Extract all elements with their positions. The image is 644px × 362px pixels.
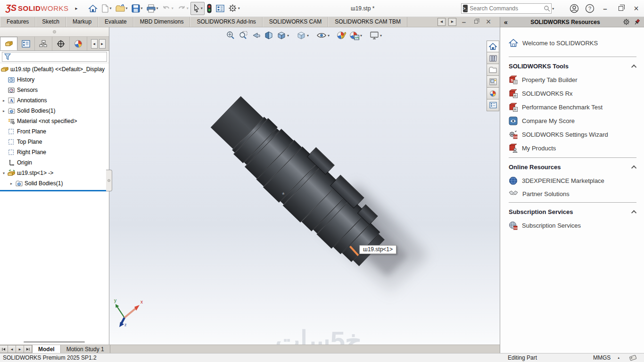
- redo-caret-icon[interactable]: [187, 6, 189, 10]
- display-style-caret-icon[interactable]: [307, 33, 309, 38]
- item-compare-my-score[interactable]: Compare My Score: [509, 116, 636, 125]
- previous-view-button[interactable]: [250, 30, 262, 41]
- item-solidworks-rx[interactable]: R SOLIDWORKS Rx: [509, 89, 636, 98]
- panel-splitter-handle[interactable]: [106, 170, 112, 191]
- options-caret-icon[interactable]: [238, 6, 240, 10]
- tag-icon[interactable]: [629, 354, 637, 361]
- select-caret-icon[interactable]: [201, 6, 203, 10]
- section-online-resources[interactable]: Online Resources: [509, 164, 636, 171]
- select-tool-button[interactable]: [190, 2, 205, 15]
- tree-item-solid-bodies-child[interactable]: Solid Bodies(1): [0, 178, 109, 189]
- redo-button[interactable]: [175, 2, 190, 15]
- collapse-section-icon[interactable]: [631, 64, 636, 69]
- strip-appearances-button[interactable]: [487, 88, 499, 99]
- view-orientation-button[interactable]: [275, 30, 290, 41]
- hide-show-caret-icon[interactable]: [328, 33, 330, 38]
- panel-splitter-top[interactable]: [0, 27, 109, 37]
- tree-root-item[interactable]: ш19.stp (Default) <<Default>_Display: [0, 64, 109, 74]
- restore-button[interactable]: [613, 1, 628, 16]
- welcome-item[interactable]: Welcome to SOLIDWORKS: [509, 39, 636, 47]
- collapse-left-pane-button[interactable]: [438, 18, 446, 26]
- performance-pipeline-button[interactable]: [205, 2, 214, 15]
- view-settings-caret-icon[interactable]: [380, 33, 382, 38]
- view-orientation-caret-icon[interactable]: [287, 33, 289, 38]
- help-button[interactable]: ?: [582, 1, 597, 16]
- search-caret-icon[interactable]: [552, 7, 554, 11]
- tree-filter-input[interactable]: [13, 53, 107, 61]
- strip-file-explorer-button[interactable]: [487, 64, 499, 76]
- item-property-tab-builder[interactable]: S Property Tab Builder: [509, 75, 636, 84]
- view-settings-button[interactable]: [368, 30, 383, 41]
- tab-feature-manager[interactable]: [0, 37, 17, 50]
- expand-icon[interactable]: [8, 181, 15, 186]
- open-caret-icon[interactable]: [126, 6, 128, 10]
- tree-item-material[interactable]: Material <not specified>: [0, 116, 109, 126]
- open-button[interactable]: [114, 2, 130, 15]
- tab-configuration-manager[interactable]: [35, 37, 52, 50]
- collapse-section-icon[interactable]: [631, 210, 636, 215]
- minimize-button[interactable]: [597, 1, 613, 16]
- item-my-products[interactable]: My Products: [509, 144, 636, 153]
- tree-item-top-plane[interactable]: Top Plane: [0, 137, 109, 147]
- tree-item-solid-bodies[interactable]: Solid Bodies(1): [0, 106, 109, 116]
- last-study-button[interactable]: [24, 345, 32, 353]
- tree-item-right-plane[interactable]: Right Plane: [0, 147, 109, 157]
- print-button[interactable]: [145, 2, 160, 15]
- new-document-button[interactable]: [99, 2, 114, 15]
- first-study-button[interactable]: [0, 345, 8, 353]
- tree-filter-box[interactable]: [2, 52, 107, 62]
- units-selector[interactable]: MMGS: [593, 354, 620, 361]
- tree-item-annotations[interactable]: A Annotations: [0, 95, 109, 106]
- options-button[interactable]: [226, 2, 242, 15]
- undo-button[interactable]: [160, 2, 175, 15]
- tab-solidworks-cam-tbm[interactable]: SOLIDWORKS CAM TBM: [328, 17, 407, 27]
- collapse-right-pane-button[interactable]: [448, 18, 456, 26]
- tab-solidworks-addins[interactable]: SOLIDWORKS Add-Ins: [190, 17, 262, 27]
- tab-markup[interactable]: Markup: [66, 17, 98, 27]
- tab-model[interactable]: Model: [32, 345, 61, 353]
- doc-minimize-button[interactable]: [459, 17, 469, 26]
- zoom-fit-button[interactable]: [224, 30, 237, 41]
- graphics-viewport[interactable]: * ш19.stp<1> y x z خ5سات: [109, 27, 500, 345]
- section-view-button[interactable]: [263, 30, 275, 41]
- task-pane-gear-icon[interactable]: [623, 18, 630, 25]
- apply-scene-caret-icon[interactable]: [360, 33, 362, 38]
- tab-sketch[interactable]: Sketch: [35, 17, 66, 27]
- apply-scene-button[interactable]: [348, 30, 363, 41]
- tree-item-origin[interactable]: Origin: [0, 157, 109, 168]
- tree-item-history[interactable]: History: [0, 74, 109, 85]
- tab-solidworks-cam[interactable]: SOLIDWORKS CAM: [263, 17, 328, 27]
- pin-task-pane-icon[interactable]: [634, 19, 640, 25]
- rollback-bar[interactable]: [0, 190, 109, 191]
- search-input[interactable]: [470, 5, 543, 12]
- strip-home-button[interactable]: [487, 41, 499, 52]
- section-solidworks-tools[interactable]: SOLIDWORKS Tools: [509, 63, 636, 70]
- tab-display-manager[interactable]: [70, 37, 87, 50]
- item-partner-solutions[interactable]: Partner Solutions: [509, 190, 636, 197]
- expand-icon[interactable]: [0, 109, 8, 113]
- tree-item-sensors[interactable]: Sensors: [0, 85, 109, 95]
- home-button[interactable]: [86, 2, 99, 15]
- collapse-task-pane-icon[interactable]: [504, 18, 508, 26]
- item-settings-wizard[interactable]: SW SOLIDWORKS Settings Wizard: [509, 130, 636, 139]
- zoom-area-button[interactable]: [237, 30, 249, 41]
- tree-item-front-plane[interactable]: Front Plane: [0, 126, 109, 137]
- item-subscription-services[interactable]: SW Subscription Services: [509, 221, 636, 230]
- save-caret-icon[interactable]: [141, 6, 143, 10]
- tab-mbd-dimensions[interactable]: MBD Dimensions: [133, 17, 190, 27]
- collapse-icon[interactable]: [0, 171, 8, 175]
- login-button[interactable]: [566, 1, 582, 16]
- search-icon[interactable]: [544, 5, 550, 12]
- menu-flyout-icon[interactable]: [75, 6, 78, 11]
- tab-features[interactable]: Features: [0, 17, 35, 27]
- tab-dimxpert-manager[interactable]: [52, 37, 70, 50]
- save-button[interactable]: [130, 2, 145, 15]
- display-style-button[interactable]: [295, 30, 310, 41]
- strip-view-palette-button[interactable]: [487, 76, 499, 88]
- close-button[interactable]: [628, 1, 644, 16]
- properties-button[interactable]: [214, 2, 226, 15]
- undo-caret-icon[interactable]: [172, 6, 173, 10]
- tree-item-imported-part[interactable]: ш19.stp<1> ->: [0, 168, 109, 178]
- doc-close-button[interactable]: [484, 17, 493, 26]
- doc-restore-button[interactable]: [471, 17, 481, 26]
